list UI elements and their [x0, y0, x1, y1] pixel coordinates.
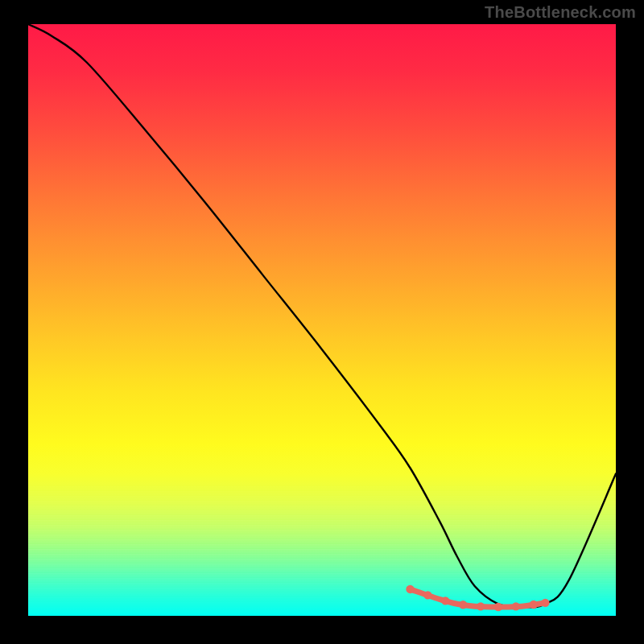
bottleneck-curve	[28, 24, 616, 607]
highlight-dot	[541, 599, 549, 607]
chart-plot-area	[28, 24, 616, 616]
highlight-dot	[530, 601, 538, 609]
highlight-dot	[459, 601, 467, 609]
chart-svg	[28, 24, 616, 616]
highlight-dot	[494, 603, 502, 611]
highlight-dot	[477, 602, 485, 610]
highlight-dot	[423, 591, 431, 599]
highlight-dot	[441, 597, 449, 605]
highlight-dot	[512, 602, 520, 610]
watermark-text: TheBottleneck.com	[485, 3, 636, 22]
highlight-dot	[406, 585, 414, 593]
